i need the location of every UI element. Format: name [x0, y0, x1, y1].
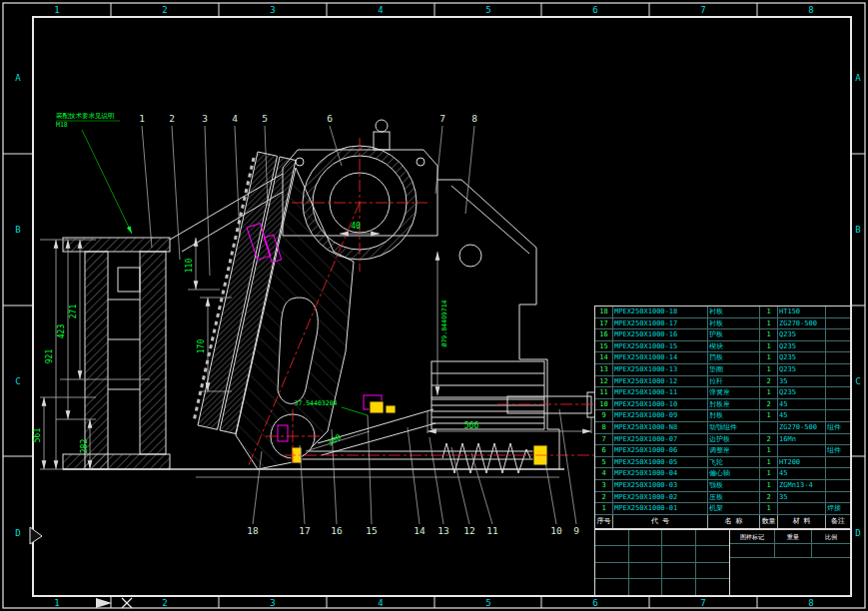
bom-cell-qty: 2 [760, 376, 778, 387]
grid-col-label: 5 [485, 5, 490, 15]
bom-cell-name: 拉杆 [708, 376, 760, 387]
dim-overall-height: 921 [45, 349, 54, 364]
grid-row-label: B [15, 225, 20, 235]
callout-top-5: 5 [262, 113, 268, 124]
callout-bottom-14: 14 [414, 525, 426, 536]
bom-cell-qty: 1 [760, 445, 778, 456]
bom-row: 4 MPEX250X1000-04 偏心轴 1 45 [595, 468, 850, 480]
bom-cell-no: 14 [595, 352, 613, 363]
title-value-weight [775, 544, 812, 557]
title-block-name-area [730, 558, 850, 595]
bom-cell-name: 颚板 [708, 480, 760, 491]
bom-row: 1 MPEX250X1000-01 机架 1 焊接 [595, 503, 850, 515]
callout-bottom-10: 10 [550, 525, 562, 536]
title-block-right: 图样标记 重量 比例 [730, 530, 850, 595]
callout-bottom-17: 17 [299, 525, 310, 536]
bom-cell-qty: 1 [760, 364, 778, 375]
bom-cell-remark [826, 468, 850, 479]
bom-cell-material: ZG270-500 [778, 318, 826, 329]
bom-cell-remark [826, 399, 850, 410]
callout-top-6: 6 [327, 113, 333, 124]
bom-cell-name: 边护板 [708, 434, 760, 445]
bom-cell-remark [826, 376, 850, 387]
bom-cell-remark [826, 410, 850, 421]
cad-sheet[interactable]: 1 2 3 4 5 6 7 8 1 2 3 4 5 6 7 8 A B C D … [0, 0, 868, 611]
bom-cell-code: MPEX250X1000-04 [613, 468, 708, 479]
bom-rows: 18 MPEX250X1000-18 衬板 1 HT150 17 MPEX250… [595, 306, 850, 515]
title-label-weight: 重量 [775, 530, 812, 543]
grid-row-label: C [855, 376, 860, 386]
grid-col-label: 7 [700, 5, 705, 15]
bom-header-code: 代 号 [613, 515, 708, 528]
bom-cell-code: MPEX250X1000-09 [613, 410, 708, 421]
bom-row: 6 MPEX250X1000-06 调整座 1 组件 [595, 445, 850, 457]
bom-row: 2 MPEX250X1000-02 压板 2 35 [595, 492, 850, 504]
bom-row: 14 MPEX250X1000-14 挡板 1 Q235 [595, 352, 850, 364]
bom-cell-qty: 1 [760, 341, 778, 352]
grid-col-label: 1 [54, 598, 59, 608]
title-block: 图样标记 重量 比例 [594, 529, 851, 596]
bom-cell-remark [826, 480, 850, 491]
bom-cell-code: MPEX250X1000-15 [613, 341, 708, 352]
bom-row: 9 MPEX250X1000-09 肘板 1 45 [595, 410, 850, 422]
bom-cell-no: 8 [595, 422, 613, 433]
bom-row: 17 MPEX250X1000-17 衬板 1 ZG270-500 [595, 318, 850, 330]
bom-cell-code: MPEX250X1000-17 [613, 318, 708, 329]
bom-cell-code: MPEX250X1000-06 [613, 445, 708, 456]
bom-cell-remark: 组件 [826, 422, 850, 433]
bom-cell-code: MPEX250X1000-12 [613, 376, 708, 387]
bom-cell-qty: 1 [760, 410, 778, 421]
bom-cell-code: MPEX250X1000-18 [613, 306, 708, 317]
bom-cell-qty: 1 [760, 503, 778, 514]
bom-cell-name: 调整座 [708, 445, 760, 456]
projection-symbol-icon [96, 598, 112, 608]
callout-top-4: 4 [232, 113, 238, 124]
dim-diameter: Ø79.84409714 [440, 300, 448, 346]
bom-cell-remark [826, 387, 850, 398]
bom-cell-no: 15 [595, 341, 613, 352]
callout-top-1: 1 [139, 113, 145, 124]
bom-row: 18 MPEX250X1000-18 衬板 1 HT150 [595, 306, 850, 318]
grid-row-label: D [15, 528, 20, 538]
bom-cell-code: MPEX250X1000-07 [613, 434, 708, 445]
grid-col-label: 6 [592, 598, 597, 608]
callout-bottom-11: 11 [486, 525, 498, 536]
bom-row: 10 MPEX250X1000-10 肘板座 2 45 [595, 399, 850, 411]
bom-table: 18 MPEX250X1000-18 衬板 1 HT150 17 MPEX250… [594, 306, 851, 529]
grid-col-label: 8 [808, 5, 813, 15]
bom-cell-no: 5 [595, 457, 613, 468]
grease-fitting [374, 132, 390, 150]
frame-right-side [437, 180, 559, 469]
bom-cell-name: 衬板 [708, 306, 760, 317]
bom-cell-name: 衬板 [708, 318, 760, 329]
dim-40: 40 [351, 222, 361, 231]
bom-cell-no: 6 [595, 445, 613, 456]
bom-cell-material: 35 [778, 492, 826, 503]
bom-cell-material: 45 [778, 410, 826, 421]
edge-marker-icon [30, 527, 42, 544]
bom-cell-no: 9 [595, 410, 613, 421]
bom-cell-name: 动颚组件 [708, 422, 760, 433]
title-label-scale: 比例 [812, 530, 850, 543]
grid-row-label: D [855, 528, 860, 538]
grid-col-label: 7 [700, 598, 705, 608]
dim-height-423: 423 [57, 324, 66, 339]
bom-row: 13 MPEX250X1000-13 垫圈 1 Q235 [595, 364, 850, 376]
bom-cell-remark [826, 318, 850, 329]
title-value-scale [812, 544, 850, 557]
bom-cell-qty: 2 [760, 434, 778, 445]
bom-cell-remark [826, 341, 850, 352]
bom-cell-code: MPEX250X1000-13 [613, 364, 708, 375]
bom-cell-material: Q235 [778, 364, 826, 375]
bom-cell-no: 16 [595, 329, 613, 340]
callout-top-7: 7 [439, 113, 445, 124]
bom-row: 11 MPEX250X1000-11 弹簧座 1 Q235 [595, 387, 850, 399]
bom-cell-remark [826, 457, 850, 468]
bom-cell-code: MPEX250X1000-11 [613, 387, 708, 398]
bom-row: 7 MPEX250X1000-07 边护板 2 16Mn [595, 434, 850, 446]
title-block-revision-grid [595, 530, 730, 595]
grid-col-label: 5 [485, 598, 490, 608]
crusher-side-view [63, 120, 597, 477]
title-value-mark [730, 544, 775, 557]
callout-bottom-9: 9 [573, 525, 579, 536]
